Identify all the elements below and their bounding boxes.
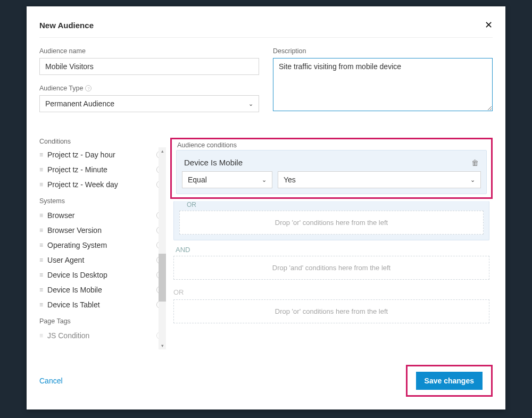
condition-item[interactable]: ≡Device Is Tablet ? xyxy=(39,297,164,312)
name-label: Audience name xyxy=(39,47,259,55)
operator-select[interactable]: Equal ⌄ xyxy=(182,171,272,188)
grip-icon: ≡ xyxy=(39,181,42,188)
page-tags-group-label: Page Tags xyxy=(39,317,164,325)
systems-group-label: Systems xyxy=(39,197,164,205)
help-icon[interactable]: ? xyxy=(85,85,92,91)
condition-card-title: Device Is Mobile xyxy=(184,158,243,167)
conditions-label: Conditions xyxy=(39,138,166,145)
chevron-down-icon: ⌄ xyxy=(248,101,253,107)
grip-icon: ≡ xyxy=(39,301,42,308)
chevron-down-icon: ⌄ xyxy=(262,177,267,183)
grip-icon: ≡ xyxy=(39,212,42,219)
description-textarea[interactable] xyxy=(273,58,493,111)
condition-card-header: Device Is Mobile 🗑 xyxy=(182,156,481,171)
grip-icon: ≡ xyxy=(39,332,42,339)
condition-selects: Equal ⌄ Yes ⌄ xyxy=(182,171,481,188)
chevron-down-icon: ⌄ xyxy=(470,177,475,183)
and-dropzone[interactable]: Drop 'and' conditions here from the left xyxy=(173,256,489,280)
audience-conditions-label: Audience conditions xyxy=(177,141,490,149)
scroll-thumb[interactable] xyxy=(159,254,166,302)
condition-group: Device Is Mobile 🗑 Equal ⌄ Yes ⌄ xyxy=(176,150,487,194)
condition-item[interactable]: ≡Browser Version ? xyxy=(39,223,164,238)
condition-item[interactable]: ≡User Agent ? xyxy=(39,253,164,267)
name-column: Audience name Audience Type ? Permanent … xyxy=(39,47,259,112)
conditions-list: ≡Project tz - Day hour ? ≡Project tz - M… xyxy=(39,147,166,349)
builder: Conditions ≡Project tz - Day hour ? ≡Pro… xyxy=(39,138,493,358)
outer-or-label: OR xyxy=(173,288,493,296)
description-label: Description xyxy=(273,47,493,55)
grip-icon: ≡ xyxy=(39,166,42,173)
modal-title: New Audience xyxy=(39,21,94,30)
audience-conditions-panel: Audience conditions Device Is Mobile 🗑 E… xyxy=(170,138,493,358)
close-icon[interactable]: ✕ xyxy=(485,19,493,31)
condition-group-continued: OR Drop 'or' conditions here from the le… xyxy=(173,201,489,240)
audience-type-select[interactable]: Permanent Audience ⌄ xyxy=(39,95,259,112)
conditions-panel: Conditions ≡Project tz - Day hour ? ≡Pro… xyxy=(39,138,166,358)
trash-icon[interactable]: 🗑 xyxy=(471,158,479,167)
highlight-save: Save changes xyxy=(406,365,493,397)
highlight-condition-card: Audience conditions Device Is Mobile 🗑 E… xyxy=(170,138,493,199)
cancel-link[interactable]: Cancel xyxy=(39,377,63,385)
grip-icon: ≡ xyxy=(39,286,42,294)
or-dropzone[interactable]: Drop 'or' conditions here from the left xyxy=(179,211,484,235)
new-audience-modal: New Audience ✕ Audience name Audience Ty… xyxy=(27,6,505,409)
condition-item[interactable]: ≡Device Is Mobile ? xyxy=(39,282,164,297)
description-column: Description xyxy=(273,47,493,112)
audience-name-input[interactable] xyxy=(39,58,259,75)
type-value: Permanent Audience xyxy=(45,99,114,108)
type-label-text: Audience Type xyxy=(39,85,83,92)
or-label: OR xyxy=(187,201,484,208)
condition-item[interactable]: ≡Project tz - Minute ? xyxy=(39,162,164,177)
grip-icon: ≡ xyxy=(39,241,42,249)
condition-item[interactable]: ≡Operating System ? xyxy=(39,238,164,253)
condition-card: Device Is Mobile 🗑 Equal ⌄ Yes ⌄ xyxy=(182,156,481,188)
condition-item[interactable]: ≡Browser ? xyxy=(39,208,164,223)
type-label: Audience Type ? xyxy=(39,85,259,92)
scroll-up-icon[interactable]: ▴ xyxy=(159,147,166,155)
save-changes-button[interactable]: Save changes xyxy=(416,372,483,390)
scrollbar[interactable]: ▴ ▾ xyxy=(159,147,166,349)
condition-item[interactable]: ≡Device Is Desktop ? xyxy=(39,267,164,282)
outer-or-dropzone[interactable]: Drop 'or' conditions here from the left xyxy=(173,299,489,323)
and-label: AND xyxy=(176,246,493,254)
condition-item[interactable]: ≡Project tz - Week day ? xyxy=(39,177,164,192)
grip-icon: ≡ xyxy=(39,151,42,158)
condition-item[interactable]: ≡Project tz - Day hour ? xyxy=(39,147,164,162)
form-row: Audience name Audience Type ? Permanent … xyxy=(39,47,493,112)
grip-icon: ≡ xyxy=(39,271,42,279)
grip-icon: ≡ xyxy=(39,227,42,234)
condition-item[interactable]: ≡JS Condition ? xyxy=(39,328,164,343)
grip-icon: ≡ xyxy=(39,256,42,264)
modal-header: New Audience ✕ xyxy=(39,19,493,38)
modal-footer: Cancel Save changes xyxy=(39,358,493,397)
scroll-down-icon[interactable]: ▾ xyxy=(159,342,166,349)
value-select[interactable]: Yes ⌄ xyxy=(278,171,481,188)
